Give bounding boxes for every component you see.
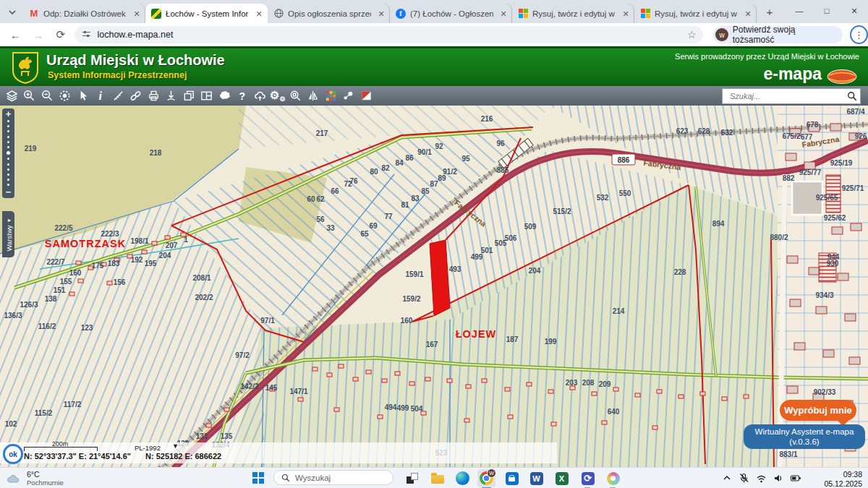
building <box>382 379 387 382</box>
zoom-level-dot[interactable] <box>7 174 9 176</box>
zoom-level-dot[interactable] <box>7 146 9 148</box>
tool-mirror[interactable] <box>305 87 323 105</box>
tool-add-point[interactable] <box>163 87 181 105</box>
window-restore-button[interactable]: □ <box>813 0 841 22</box>
parcel-label: 925/77 <box>799 168 822 176</box>
building <box>790 299 801 307</box>
taskbar-search[interactable]: Wyszukaj <box>273 470 393 485</box>
tool-mosaic[interactable] <box>322 87 340 105</box>
reload-icon[interactable]: ⟳ <box>52 28 69 41</box>
tool-duplicate-view[interactable] <box>180 87 198 105</box>
tool-print[interactable] <box>145 87 163 105</box>
remote-app-button[interactable]: ⟳ <box>579 469 597 487</box>
layers-panel-tab[interactable]: Warstwy▼ <box>2 211 14 257</box>
tab-offer-description[interactable]: Opis ogłoszenia sprzedaży ✕ <box>268 4 390 23</box>
tab-gmail[interactable]: M Odp: Działki Ostrówek Wę ✕ <box>23 4 145 23</box>
weather-widget[interactable]: 6°C Pochmurnie <box>6 470 64 487</box>
tab-lochow-active[interactable]: Łochów - System Informac ✕ <box>145 4 268 23</box>
map-search[interactable] <box>722 88 861 104</box>
bookmark-star-icon[interactable]: ☆ <box>687 29 697 40</box>
tool-info[interactable]: i <box>92 87 110 105</box>
tray-chevron-up-icon[interactable] <box>722 474 732 482</box>
search-input[interactable] <box>728 91 847 101</box>
file-explorer-button[interactable] <box>428 469 446 487</box>
tool-layers[interactable] <box>3 87 21 105</box>
microsoft-store-button[interactable] <box>503 469 521 487</box>
tool-zoom-out[interactable] <box>38 87 56 105</box>
address-bar[interactable]: lochow.e-mapa.net ☆ <box>75 26 703 43</box>
tool-split-view[interactable] <box>198 87 216 105</box>
cadastral-map[interactable]: 886 2192182162179290/1969588586848280767… <box>0 106 868 467</box>
tab-close-icon[interactable]: ✕ <box>620 8 631 20</box>
excel-button[interactable]: X <box>553 469 571 487</box>
back-icon[interactable]: ← <box>7 29 24 41</box>
wifi-icon[interactable] <box>756 474 767 483</box>
tab-close-icon[interactable]: ✕ <box>131 8 142 20</box>
url-text[interactable]: lochow.e-mapa.net <box>97 30 681 40</box>
crs-selector[interactable]: PL-1992 <box>135 444 161 452</box>
window-close-button[interactable]: ✕ <box>841 0 868 22</box>
word-button[interactable]: W <box>527 469 545 487</box>
forward-icon[interactable]: → <box>30 29 46 41</box>
tool-help[interactable]: ? <box>234 87 252 105</box>
battery-icon[interactable] <box>790 474 801 483</box>
browser-menu-icon[interactable]: ⋮ <box>850 25 868 44</box>
paint-button[interactable] <box>604 469 622 487</box>
crs-dropdown-icon[interactable]: ▼ <box>172 442 179 450</box>
zoom-out-icon <box>41 89 54 103</box>
tool-settings[interactable]: ⚙⚙ <box>269 87 287 105</box>
chrome-button[interactable]: W <box>477 469 495 487</box>
zoom-level-dot[interactable] <box>7 141 9 143</box>
assistant-try-me-button[interactable]: Wypróbuj mnie <box>780 400 856 421</box>
virtual-assistant-button[interactable]: Wirtualny Asystent e-mapa (v.0.3.6) <box>744 424 865 449</box>
tab-close-icon[interactable]: ✕ <box>498 8 509 20</box>
tab-close-icon[interactable]: ✕ <box>742 8 754 20</box>
tool-link[interactable] <box>127 87 145 105</box>
tool-zoom-in[interactable] <box>21 87 39 105</box>
tool-cluster[interactable] <box>340 87 358 105</box>
volume-icon[interactable] <box>773 474 783 483</box>
task-view-button[interactable] <box>403 469 421 487</box>
tool-cloud-services[interactable] <box>251 87 269 105</box>
parcel-label: 880/2 <box>770 234 788 241</box>
tool-pointer[interactable] <box>74 87 92 105</box>
zoom-level-dot[interactable] <box>7 125 9 127</box>
map-zoom-in-button[interactable]: + <box>6 109 12 119</box>
tool-select-region[interactable] <box>56 87 75 105</box>
zoom-level-dot[interactable] <box>7 168 9 171</box>
zoom-level-dot-current[interactable] <box>7 151 10 155</box>
ok-button[interactable]: ok <box>3 444 23 464</box>
tool-measure[interactable] <box>109 87 127 105</box>
new-tab-button[interactable]: + <box>761 4 778 21</box>
tab-office-draw-1[interactable]: Rysuj, twórz i edytuj w apli ✕ <box>512 4 634 23</box>
window-minimize-button[interactable]: — <box>786 0 813 22</box>
zoom-level-dot[interactable] <box>7 184 9 186</box>
zoom-level-dot[interactable] <box>7 120 9 122</box>
zoom-level-dot[interactable] <box>7 179 9 181</box>
building <box>635 393 640 397</box>
zoom-level-dot[interactable] <box>7 130 9 132</box>
tab-close-icon[interactable]: ✕ <box>375 8 387 20</box>
tab-facebook[interactable]: f (7) Łochów - Ogłoszenia | ✕ <box>390 4 512 23</box>
mic-off-icon[interactable] <box>739 473 749 483</box>
parcel-label: 222/3 <box>101 230 119 238</box>
tab-menu-chevron-icon[interactable] <box>4 4 20 20</box>
map-viewport[interactable]: 886 2192182162179290/1969588586848280767… <box>0 106 868 467</box>
building <box>107 281 112 285</box>
tab-office-draw-2[interactable]: Rysuj, twórz i edytuj w apli ✕ <box>634 4 757 23</box>
tool-find-parcel[interactable] <box>286 87 305 105</box>
split-view-icon <box>200 89 213 103</box>
tool-compare-layers[interactable] <box>357 87 375 105</box>
map-zoom-out-button[interactable]: − <box>6 187 12 197</box>
zoom-level-dot[interactable] <box>7 158 9 160</box>
site-settings-icon[interactable] <box>82 30 91 40</box>
zoom-level-dot[interactable] <box>7 136 9 138</box>
zoom-level-dot[interactable] <box>7 163 9 166</box>
edge-button[interactable] <box>454 469 472 487</box>
tab-close-icon[interactable]: ✕ <box>253 8 265 20</box>
taskbar-clock[interactable]: 09:38 05.12.2025 <box>824 470 862 488</box>
start-button[interactable] <box>252 472 264 484</box>
search-icon[interactable] <box>847 91 857 101</box>
profile-button[interactable]: w Potwierdź swoją tożsamość <box>713 26 842 43</box>
tool-area-select[interactable] <box>216 87 234 105</box>
